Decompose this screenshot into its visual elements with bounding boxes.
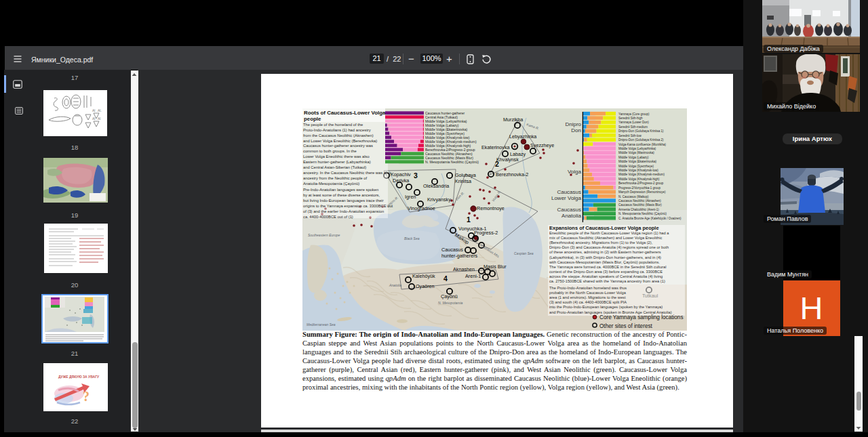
svg-text:origins to the Yamnaya expansi: origins to the Yamnaya expansion ca. 330…: [303, 204, 393, 208]
svg-text:from the Caucasus Neolithic (A: from the Caucasus Neolithic (Aknashen): [303, 133, 374, 138]
svg-text:Lower Volga: Lower Volga: [551, 195, 582, 201]
svg-text:4: 4: [443, 274, 448, 283]
svg-text:Middle Volga (Syezzheye): Middle Volga (Syezzheye): [618, 165, 654, 168]
svg-text:Murzikha: Murzikha: [503, 117, 523, 123]
svg-text:Dnipro-Don (Golubaya Krinitsa: Dnipro-Don (Golubaya Krinitsa 1): [618, 129, 664, 133]
svg-text:?: ?: [83, 389, 90, 404]
svg-text:Dnipro-Don (3) and Caucasus-An: Dnipro-Don (3) and Caucasus-Anatolia (4)…: [549, 245, 669, 249]
svg-text:Berezhnovka-2: Berezhnovka-2: [496, 171, 528, 178]
svg-text:Khvalynsk: Khvalynsk: [496, 157, 519, 163]
svg-text:Volga: Volga: [568, 169, 582, 175]
svg-text:Middle Volga (Ekaterinovka): Middle Volga (Ekaterinovka): [618, 160, 657, 163]
svg-text:Kalehöyük: Kalehöyük: [412, 273, 435, 279]
svg-text:C. Anatolia Bronze Age (Kalehö: C. Anatolia Bronze Age (Kalehöyük / Ovaö…: [618, 217, 682, 220]
svg-text:Lower Volga Eneolithic there w: Lower Volga Eneolithic there was also: [303, 154, 370, 159]
svg-text:Golubaya: Golubaya: [455, 172, 476, 178]
svg-text:area (1 and environs). Migrati: area (1 and environs). Migrations to the…: [549, 295, 626, 299]
svg-text:Caucasus hunter-gatherer ances: Caucasus hunter-gatherer ancestry was: [303, 144, 373, 148]
svg-text:Caucasus: Caucasus: [557, 189, 581, 195]
svg-text:people: people: [304, 116, 321, 122]
svg-text:and Lower Volga Eneolithic (Be: and Lower Volga Eneolithic (Berezhnovka): [303, 139, 377, 143]
svg-text:Anatolia-Mesopotamia (Çayönü): Anatolia-Mesopotamia (Çayönü): [303, 182, 359, 186]
svg-text:Dnipro-Don (Golubaya Krinitsa: Dnipro-Don (Golubaya Krinitsa 2): [618, 138, 664, 142]
svg-text:mix of Caucasus Neolithic (Akn: mix of Caucasus Neolithic (Aknashen) and…: [549, 236, 662, 240]
svg-text:of (3) and the earlier Indo-An: of (3) and the earlier Indo-Anatolian ex…: [303, 209, 384, 213]
svg-text:Middle Volga (Khvalynsk-high): Middle Volga (Khvalynsk-high): [618, 178, 660, 181]
svg-text:N. Mesopotamia Neolithic (Çayö: N. Mesopotamia Neolithic (Çayönü): [618, 212, 667, 215]
svg-text:N. Mesopotamia Neolithic (Çayö: N. Mesopotamia Neolithic (Çayönü): [425, 160, 479, 164]
svg-text:Black Sea: Black Sea: [404, 236, 420, 241]
svg-text:Vinogradnoe: Vinogradnoe: [408, 205, 435, 211]
svg-text:Roots of Caucasus-Lower Volga: Roots of Caucasus-Lower Volga: [304, 110, 386, 116]
svg-text:3: 3: [414, 171, 418, 180]
svg-text:and Central Asian-Siberian (Tu: and Central Asian-Siberian (Tutkaul): [303, 165, 366, 169]
svg-text:Al.: Al.: [98, 108, 102, 112]
svg-text:and Proto-Anatolian languages: and Proto-Anatolian languages (spoken in…: [549, 310, 672, 314]
svg-text:Berezhnovka-2/Progress-2 group: Berezhnovka-2/Progress-2 group: [618, 182, 664, 185]
svg-text:Progress-2/Vonyuchka-1 group: Progress-2/Vonyuchka-1 group: [618, 186, 661, 190]
svg-text:Serednii Stih-low: Serednii Stih-low: [618, 134, 642, 138]
svg-text:Oyaören: Oyaören: [416, 283, 435, 289]
svg-text:ancestry. In the Caucasus Neol: ancestry. In the Caucasus Neolithic ther…: [303, 171, 391, 175]
svg-text:context of the Dnipro-Don area: context of the Dnipro-Don area (3) befor…: [549, 270, 663, 274]
svg-text:Oleksandria: Oleksandria: [423, 183, 449, 189]
svg-text:Southeastern Europe: Southeastern Europe: [308, 233, 340, 237]
svg-text:Lebyazhinka: Lebyazhinka: [509, 133, 536, 140]
svg-text:Al: Al: [92, 117, 95, 121]
svg-text:Yamnaya (Core group): Yamnaya (Core group): [618, 112, 650, 116]
svg-text:Areni-1: Areni-1: [465, 273, 481, 279]
svg-text:(3) and south (4) ca. 4400-400: (3) and south (4) ca. 4400-4000BCE split…: [549, 300, 627, 304]
svg-text:Derivka: Derivka: [393, 178, 409, 184]
svg-text:Aknashen: Aknashen: [453, 266, 475, 272]
svg-text:Middle Volga (Khvalynsk-medium: Middle Volga (Khvalynsk-medium): [618, 173, 665, 176]
svg-text:1: 1: [467, 215, 471, 224]
svg-text:The people of the homeland of: The people of the homeland of the: [303, 123, 363, 127]
svg-text:Eneolithic people of the North: Eneolithic people of the North Caucasus-…: [549, 231, 669, 235]
svg-text:Manych Depression (Remontnoye): Manych Depression (Remontnoye): [618, 190, 666, 194]
svg-text:common to both groups. In the: common to both groups. In the: [303, 149, 357, 153]
svg-text:Krivyansky: Krivyansky: [427, 196, 451, 203]
svg-text:hunter-gatherers: hunter-gatherers: [441, 253, 478, 259]
svg-text:Kopachiv: Kopachiv: [391, 171, 411, 178]
svg-text:2: 2: [495, 160, 499, 168]
svg-text:of these ancestries, admixing: of these ancestries, admixing in (2) wit…: [549, 250, 661, 254]
svg-text:Dnipro: Dnipro: [565, 121, 581, 127]
svg-text:ca. 4400-4000BCE out of (1): ca. 4400-4000BCE out of (1): [303, 215, 353, 219]
svg-text:Serednii Stih-medium: Serednii Stih-medium: [618, 125, 648, 129]
svg-text:N. Caucasus (Maikop): N. Caucasus (Maikop): [618, 195, 649, 199]
svg-text:ДУЖЕ ДЯКУЮ ЗА УВАГУ: ДУЖЕ ДЯКУЮ ЗА УВАГУ: [58, 375, 100, 379]
svg-text:ancestry from the Neolithic pe: ancestry from the Neolithic people of: [303, 176, 367, 180]
svg-text:Don: Don: [571, 127, 581, 133]
svg-text:into the Proto-Indo-European l: into the Proto-Indo-European languages (…: [549, 305, 663, 309]
svg-text:Proto-Indo-Anatolians (1) had: Proto-Indo-Anatolians (1) had ancestry: [303, 128, 371, 132]
svg-text:by at least some of these dive: by at least some of these diverse ancest…: [303, 193, 380, 197]
svg-text:Middle Volga (Lebyazhinka): Middle Volga (Lebyazhinka): [618, 147, 656, 150]
svg-text:Anatolia: Anatolia: [389, 283, 401, 287]
svg-text:Eastern hunter-gatherer (Labya: Eastern hunter-gatherer (Labyazhinka): [303, 160, 371, 164]
svg-text:Mediterranean Sea: Mediterranean Sea: [307, 322, 336, 327]
svg-text:Remontnoye: Remontnoye: [477, 205, 505, 211]
svg-text:Igren: Igren: [405, 194, 416, 200]
svg-text:Al: Al: [98, 117, 100, 121]
svg-text:The Proto-Indo-Anatolian homel: The Proto-Indo-Anatolian homeland was th…: [549, 286, 627, 290]
svg-text:with Caucasus-Mesopotamian (Ma: with Caucasus-Mesopotamian (Masis Blur, …: [549, 260, 660, 264]
svg-text:Al: Al: [92, 108, 95, 112]
svg-text:Syezzheye: Syezzheye: [530, 142, 554, 148]
svg-text:Middle Volga (Labazy): Middle Volga (Labazy): [618, 156, 649, 159]
svg-text:N. Mesopotamia: N. Mesopotamia: [438, 301, 463, 305]
svg-text:Serednii Stih-high: Serednii Stih-high: [618, 117, 643, 120]
svg-text:Çayönü: Çayönü: [441, 293, 458, 299]
svg-text:probably in the North Caucasus: probably in the North Caucasus-Lower Vol…: [549, 291, 627, 295]
svg-text:Masis Blur: Masis Blur: [484, 264, 507, 270]
svg-text:Pre-Indo-Anatolian languages w: Pre-Indo-Anatolian languages were spoken: [303, 188, 378, 192]
svg-text:Middle Volga (Khvalynsk-low): Middle Volga (Khvalynsk-low): [618, 169, 658, 172]
svg-text:Krinitsa: Krinitsa: [455, 178, 471, 184]
svg-text:Ekaterinovka: Ekaterinovka: [481, 144, 510, 150]
svg-text:Volga-Kama confluence (Murzikh: Volga-Kama confluence (Murzikha): [618, 143, 667, 146]
svg-text:Armenia Chalcolithic (Areni-1): Armenia Chalcolithic (Areni-1): [618, 208, 659, 211]
svg-text:Caucasus Neolithic (Masis Blur: Caucasus Neolithic (Masis Blur): [618, 203, 662, 207]
svg-text:across the steppe. Anatolian s: across the steppe. Anatolian speakers of…: [549, 274, 663, 278]
svg-text:(Berezhnovka) ancestry. Migrat: (Berezhnovka) ancestry. Migrations from …: [549, 241, 653, 245]
svg-text:Caspian Sea: Caspian Sea: [514, 251, 534, 255]
svg-text:Anatolia: Anatolia: [561, 213, 581, 219]
